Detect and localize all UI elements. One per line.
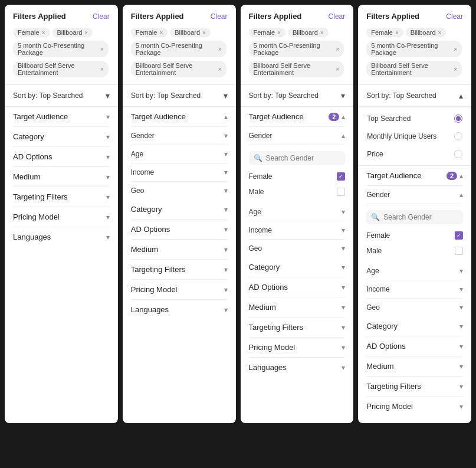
chevron-down-icon-adoptions-1: ▾	[106, 153, 110, 161]
male-checkbox-3[interactable]	[337, 188, 345, 196]
remove-female-2[interactable]: ×	[159, 30, 163, 36]
sub-item-income-2[interactable]: Income ▾	[131, 163, 228, 182]
clear-button-4[interactable]: Clear	[446, 12, 463, 21]
remove-5month-3[interactable]: ×	[336, 46, 339, 53]
tag-billboard-3: Billboard ×	[288, 28, 329, 37]
sub-item-income-3[interactable]: Income ▾	[249, 221, 346, 240]
filter-row-adoptions-2[interactable]: AD Options ▾	[131, 220, 228, 240]
sub-item-geo-4[interactable]: Geo ▾	[366, 299, 463, 316]
filter-label-target-3: Target Audience	[249, 112, 304, 121]
filter-row-targeting-2[interactable]: Targeting Filters ▾	[131, 260, 228, 280]
checkbox-male-3[interactable]: Male	[249, 184, 346, 199]
filter-row-category-3[interactable]: Category ▾	[249, 257, 346, 277]
filter-row-category-1[interactable]: Category ▾	[13, 127, 110, 147]
checkbox-female-4[interactable]: Female	[366, 228, 463, 243]
sort-bar-4[interactable]: Sort by: Top Searched ▴	[358, 85, 471, 107]
remove-female-4[interactable]: ×	[395, 30, 399, 36]
remove-billboard-self-1[interactable]: ×	[100, 66, 104, 73]
sort-option-price-4[interactable]: Price	[359, 145, 471, 163]
sort-bar-2[interactable]: Sort by: Top Searched ▾	[123, 85, 236, 107]
sub-section-target-3: Gender ▴ 🔍 Female Male	[249, 127, 346, 257]
chevron-up-icon-gender-3: ▴	[342, 132, 345, 140]
radio-price-4[interactable]	[454, 150, 462, 158]
remove-billboard-1[interactable]: ×	[84, 30, 88, 36]
chevron-down-icon-age-4: ▾	[459, 267, 463, 275]
filter-row-target-3[interactable]: Target Audience 2 ▴	[249, 107, 346, 127]
filter-row-targeting-3[interactable]: Targeting Filters ▾	[249, 318, 346, 338]
filter-row-targeting-1[interactable]: Targeting Filters ▾	[13, 187, 110, 207]
sub-item-age-4[interactable]: Age ▾	[366, 262, 463, 280]
clear-button-2[interactable]: Clear	[211, 12, 228, 21]
tags-row-2: Female × Billboard × 5 month Co-Presenti…	[131, 27, 228, 78]
filter-row-languages-1[interactable]: Languages ▾	[13, 227, 110, 247]
remove-female-1[interactable]: ×	[42, 30, 45, 36]
sub-item-gender-3[interactable]: Gender ▴	[249, 127, 346, 145]
clear-button-3[interactable]: Clear	[329, 12, 346, 21]
filter-row-adoptions-3[interactable]: AD Options ▾	[249, 277, 346, 297]
remove-billboard-self-4[interactable]: ×	[454, 66, 457, 73]
filter-row-languages-2[interactable]: Languages ▾	[131, 300, 228, 319]
filter-row-pricing-2[interactable]: Pricing Model ▾	[131, 280, 228, 300]
filters-header-1: Filters Applied Clear	[13, 12, 110, 21]
tag-female-1: Female ×	[13, 28, 50, 37]
remove-billboard-2[interactable]: ×	[202, 30, 206, 36]
remove-billboard-4[interactable]: ×	[438, 30, 442, 36]
sub-section-target-2: Gender ▾ Age ▾ Income ▾ Geo ▾	[131, 127, 228, 199]
chevron-down-icon-medium-3: ▾	[342, 303, 345, 312]
panel-3-body: Target Audience 2 ▴ Gender ▴ 🔍	[241, 107, 354, 423]
sort-bar-1[interactable]: Sort by: Top Searched ▾	[5, 85, 118, 107]
female-checkbox-3[interactable]	[337, 172, 345, 181]
filter-row-pricing-4[interactable]: Pricing Model ▾	[366, 397, 463, 416]
checkbox-female-3[interactable]: Female	[249, 169, 346, 184]
filter-row-target-2[interactable]: Target Audience ▴	[131, 107, 228, 127]
gender-search-input-3[interactable]	[266, 154, 354, 162]
sub-item-age-2[interactable]: Age ▾	[131, 145, 228, 163]
filter-row-category-2[interactable]: Category ▾	[131, 199, 228, 220]
filter-row-languages-3[interactable]: Languages ▾	[249, 358, 346, 377]
radio-monthly-4[interactable]	[454, 132, 462, 140]
sub-item-gender-2[interactable]: Gender ▾	[131, 127, 228, 145]
sub-item-geo-3[interactable]: Geo ▾	[249, 240, 346, 257]
chevron-down-icon-pricing-1: ▾	[106, 213, 110, 221]
male-checkbox-4[interactable]	[455, 247, 463, 255]
clear-button-1[interactable]: Clear	[93, 12, 110, 21]
checkbox-male-4[interactable]: Male	[366, 243, 463, 258]
filter-row-adoptions-4[interactable]: AD Options ▾	[366, 336, 463, 356]
filter-row-medium-1[interactable]: Medium ▾	[13, 167, 110, 187]
panel-2: Filters Applied Clear Female × Billboard…	[123, 5, 236, 423]
filter-row-medium-3[interactable]: Medium ▾	[249, 297, 346, 318]
sort-option-monthly-4[interactable]: Monthly Unique Users	[359, 127, 471, 145]
sub-item-label-geo-4: Geo	[366, 303, 380, 312]
remove-5month-2[interactable]: ×	[218, 46, 222, 53]
chevron-down-icon-income-3: ▾	[342, 226, 345, 234]
filter-row-pricing-3[interactable]: Pricing Model ▾	[249, 338, 346, 358]
filter-row-target-4[interactable]: Target Audience 2 ▴	[366, 166, 463, 186]
chevron-down-icon-targeting-4: ▾	[459, 382, 463, 391]
tags-row-1: Female × Billboard × 5 month Co-Presenti…	[13, 27, 110, 78]
remove-5month-1[interactable]: ×	[100, 46, 104, 53]
filter-row-medium-2[interactable]: Medium ▾	[131, 240, 228, 260]
chevron-down-icon-pricing-4: ▾	[459, 402, 463, 411]
filters-header-3: Filters Applied Clear	[249, 12, 346, 21]
sub-item-label-geo-2: Geo	[131, 186, 145, 195]
remove-billboard-self-3[interactable]: ×	[336, 66, 339, 73]
filter-row-target-1[interactable]: Target Audience ▾	[13, 107, 110, 127]
filter-row-pricing-1[interactable]: Pricing Model ▾	[13, 207, 110, 227]
remove-5month-4[interactable]: ×	[454, 46, 457, 53]
female-checkbox-4[interactable]	[455, 231, 463, 240]
gender-search-input-4[interactable]	[383, 213, 471, 221]
sub-item-gender-4[interactable]: Gender ▴	[366, 186, 463, 204]
remove-billboard-self-2[interactable]: ×	[218, 66, 222, 73]
sort-bar-3[interactable]: Sort by: Top Searched ▾	[241, 85, 354, 107]
filter-row-medium-4[interactable]: Medium ▾	[366, 356, 463, 377]
remove-female-3[interactable]: ×	[277, 30, 281, 36]
sub-item-age-3[interactable]: Age ▾	[249, 203, 346, 221]
sort-option-top-searched-4[interactable]: Top Searched	[359, 110, 471, 127]
sub-item-geo-2[interactable]: Geo ▾	[131, 182, 228, 199]
sub-item-income-4[interactable]: Income ▾	[366, 280, 463, 299]
filter-row-targeting-4[interactable]: Targeting Filters ▾	[366, 377, 463, 397]
filter-row-category-4[interactable]: Category ▾	[366, 316, 463, 336]
radio-top-searched-4[interactable]	[454, 114, 462, 123]
remove-billboard-3[interactable]: ×	[320, 30, 324, 36]
filter-row-adoptions-1[interactable]: AD Options ▾	[13, 147, 110, 167]
